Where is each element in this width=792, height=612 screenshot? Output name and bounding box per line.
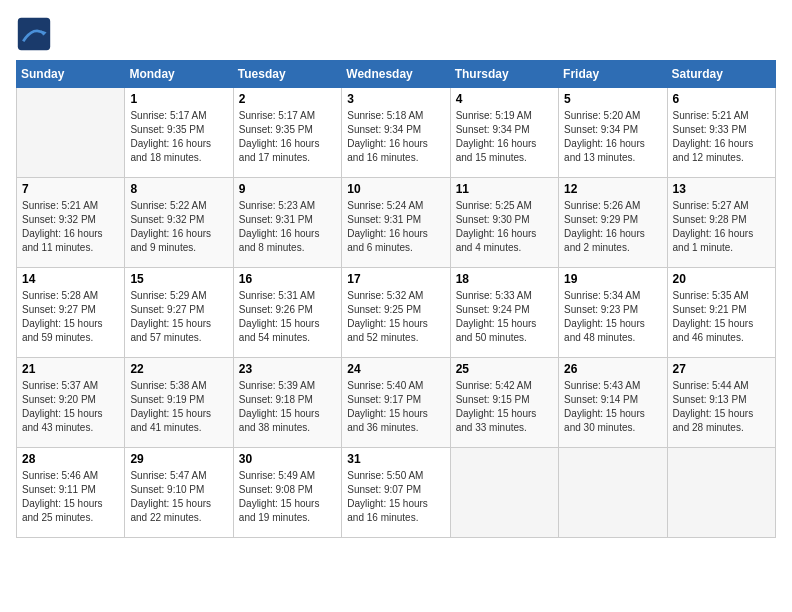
day-number: 15: [130, 272, 227, 286]
calendar-cell: 11Sunrise: 5:25 AMSunset: 9:30 PMDayligh…: [450, 178, 558, 268]
calendar-cell: 14Sunrise: 5:28 AMSunset: 9:27 PMDayligh…: [17, 268, 125, 358]
cell-details: Sunrise: 5:38 AMSunset: 9:19 PMDaylight:…: [130, 379, 227, 435]
calendar-week-row: 7Sunrise: 5:21 AMSunset: 9:32 PMDaylight…: [17, 178, 776, 268]
calendar-table: SundayMondayTuesdayWednesdayThursdayFrid…: [16, 60, 776, 538]
calendar-cell: 10Sunrise: 5:24 AMSunset: 9:31 PMDayligh…: [342, 178, 450, 268]
cell-details: Sunrise: 5:21 AMSunset: 9:32 PMDaylight:…: [22, 199, 119, 255]
calendar-cell: 28Sunrise: 5:46 AMSunset: 9:11 PMDayligh…: [17, 448, 125, 538]
calendar-cell: 4Sunrise: 5:19 AMSunset: 9:34 PMDaylight…: [450, 88, 558, 178]
calendar-cell: 22Sunrise: 5:38 AMSunset: 9:19 PMDayligh…: [125, 358, 233, 448]
weekday-header-wednesday: Wednesday: [342, 61, 450, 88]
cell-details: Sunrise: 5:19 AMSunset: 9:34 PMDaylight:…: [456, 109, 553, 165]
cell-details: Sunrise: 5:29 AMSunset: 9:27 PMDaylight:…: [130, 289, 227, 345]
calendar-cell: [667, 448, 775, 538]
calendar-week-row: 14Sunrise: 5:28 AMSunset: 9:27 PMDayligh…: [17, 268, 776, 358]
weekday-header-saturday: Saturday: [667, 61, 775, 88]
cell-details: Sunrise: 5:35 AMSunset: 9:21 PMDaylight:…: [673, 289, 770, 345]
cell-details: Sunrise: 5:42 AMSunset: 9:15 PMDaylight:…: [456, 379, 553, 435]
day-number: 21: [22, 362, 119, 376]
cell-details: Sunrise: 5:20 AMSunset: 9:34 PMDaylight:…: [564, 109, 661, 165]
calendar-week-row: 21Sunrise: 5:37 AMSunset: 9:20 PMDayligh…: [17, 358, 776, 448]
day-number: 10: [347, 182, 444, 196]
cell-details: Sunrise: 5:40 AMSunset: 9:17 PMDaylight:…: [347, 379, 444, 435]
cell-details: Sunrise: 5:37 AMSunset: 9:20 PMDaylight:…: [22, 379, 119, 435]
day-number: 18: [456, 272, 553, 286]
calendar-cell: 12Sunrise: 5:26 AMSunset: 9:29 PMDayligh…: [559, 178, 667, 268]
day-number: 1: [130, 92, 227, 106]
day-number: 6: [673, 92, 770, 106]
calendar-cell: 27Sunrise: 5:44 AMSunset: 9:13 PMDayligh…: [667, 358, 775, 448]
calendar-cell: 3Sunrise: 5:18 AMSunset: 9:34 PMDaylight…: [342, 88, 450, 178]
calendar-cell: [17, 88, 125, 178]
calendar-cell: 16Sunrise: 5:31 AMSunset: 9:26 PMDayligh…: [233, 268, 341, 358]
day-number: 2: [239, 92, 336, 106]
day-number: 5: [564, 92, 661, 106]
weekday-header-monday: Monday: [125, 61, 233, 88]
cell-details: Sunrise: 5:18 AMSunset: 9:34 PMDaylight:…: [347, 109, 444, 165]
day-number: 8: [130, 182, 227, 196]
calendar-cell: 9Sunrise: 5:23 AMSunset: 9:31 PMDaylight…: [233, 178, 341, 268]
calendar-week-row: 28Sunrise: 5:46 AMSunset: 9:11 PMDayligh…: [17, 448, 776, 538]
calendar-cell: 2Sunrise: 5:17 AMSunset: 9:35 PMDaylight…: [233, 88, 341, 178]
calendar-cell: 5Sunrise: 5:20 AMSunset: 9:34 PMDaylight…: [559, 88, 667, 178]
calendar-cell: 31Sunrise: 5:50 AMSunset: 9:07 PMDayligh…: [342, 448, 450, 538]
cell-details: Sunrise: 5:43 AMSunset: 9:14 PMDaylight:…: [564, 379, 661, 435]
day-number: 29: [130, 452, 227, 466]
calendar-cell: 24Sunrise: 5:40 AMSunset: 9:17 PMDayligh…: [342, 358, 450, 448]
weekday-header-tuesday: Tuesday: [233, 61, 341, 88]
cell-details: Sunrise: 5:17 AMSunset: 9:35 PMDaylight:…: [239, 109, 336, 165]
calendar-cell: [450, 448, 558, 538]
cell-details: Sunrise: 5:50 AMSunset: 9:07 PMDaylight:…: [347, 469, 444, 525]
calendar-cell: 7Sunrise: 5:21 AMSunset: 9:32 PMDaylight…: [17, 178, 125, 268]
cell-details: Sunrise: 5:21 AMSunset: 9:33 PMDaylight:…: [673, 109, 770, 165]
day-number: 26: [564, 362, 661, 376]
svg-rect-0: [18, 18, 50, 50]
cell-details: Sunrise: 5:47 AMSunset: 9:10 PMDaylight:…: [130, 469, 227, 525]
calendar-cell: 13Sunrise: 5:27 AMSunset: 9:28 PMDayligh…: [667, 178, 775, 268]
day-number: 20: [673, 272, 770, 286]
cell-details: Sunrise: 5:44 AMSunset: 9:13 PMDaylight:…: [673, 379, 770, 435]
calendar-cell: 29Sunrise: 5:47 AMSunset: 9:10 PMDayligh…: [125, 448, 233, 538]
calendar-cell: 8Sunrise: 5:22 AMSunset: 9:32 PMDaylight…: [125, 178, 233, 268]
day-number: 27: [673, 362, 770, 376]
cell-details: Sunrise: 5:22 AMSunset: 9:32 PMDaylight:…: [130, 199, 227, 255]
weekday-header-sunday: Sunday: [17, 61, 125, 88]
cell-details: Sunrise: 5:39 AMSunset: 9:18 PMDaylight:…: [239, 379, 336, 435]
weekday-header-thursday: Thursday: [450, 61, 558, 88]
calendar-cell: 25Sunrise: 5:42 AMSunset: 9:15 PMDayligh…: [450, 358, 558, 448]
calendar-cell: 30Sunrise: 5:49 AMSunset: 9:08 PMDayligh…: [233, 448, 341, 538]
weekday-header-friday: Friday: [559, 61, 667, 88]
cell-details: Sunrise: 5:49 AMSunset: 9:08 PMDaylight:…: [239, 469, 336, 525]
cell-details: Sunrise: 5:24 AMSunset: 9:31 PMDaylight:…: [347, 199, 444, 255]
day-number: 16: [239, 272, 336, 286]
calendar-cell: [559, 448, 667, 538]
calendar-cell: 18Sunrise: 5:33 AMSunset: 9:24 PMDayligh…: [450, 268, 558, 358]
calendar-cell: 6Sunrise: 5:21 AMSunset: 9:33 PMDaylight…: [667, 88, 775, 178]
day-number: 30: [239, 452, 336, 466]
cell-details: Sunrise: 5:28 AMSunset: 9:27 PMDaylight:…: [22, 289, 119, 345]
calendar-cell: 26Sunrise: 5:43 AMSunset: 9:14 PMDayligh…: [559, 358, 667, 448]
cell-details: Sunrise: 5:46 AMSunset: 9:11 PMDaylight:…: [22, 469, 119, 525]
day-number: 28: [22, 452, 119, 466]
calendar-week-row: 1Sunrise: 5:17 AMSunset: 9:35 PMDaylight…: [17, 88, 776, 178]
day-number: 7: [22, 182, 119, 196]
calendar-cell: 1Sunrise: 5:17 AMSunset: 9:35 PMDaylight…: [125, 88, 233, 178]
calendar-cell: 21Sunrise: 5:37 AMSunset: 9:20 PMDayligh…: [17, 358, 125, 448]
day-number: 23: [239, 362, 336, 376]
day-number: 3: [347, 92, 444, 106]
cell-details: Sunrise: 5:31 AMSunset: 9:26 PMDaylight:…: [239, 289, 336, 345]
cell-details: Sunrise: 5:32 AMSunset: 9:25 PMDaylight:…: [347, 289, 444, 345]
logo-icon: [16, 16, 52, 52]
day-number: 17: [347, 272, 444, 286]
day-number: 9: [239, 182, 336, 196]
day-number: 24: [347, 362, 444, 376]
calendar-cell: 20Sunrise: 5:35 AMSunset: 9:21 PMDayligh…: [667, 268, 775, 358]
cell-details: Sunrise: 5:27 AMSunset: 9:28 PMDaylight:…: [673, 199, 770, 255]
day-number: 25: [456, 362, 553, 376]
day-number: 31: [347, 452, 444, 466]
logo: [16, 16, 56, 52]
calendar-cell: 19Sunrise: 5:34 AMSunset: 9:23 PMDayligh…: [559, 268, 667, 358]
cell-details: Sunrise: 5:26 AMSunset: 9:29 PMDaylight:…: [564, 199, 661, 255]
day-number: 12: [564, 182, 661, 196]
weekday-header-row: SundayMondayTuesdayWednesdayThursdayFrid…: [17, 61, 776, 88]
